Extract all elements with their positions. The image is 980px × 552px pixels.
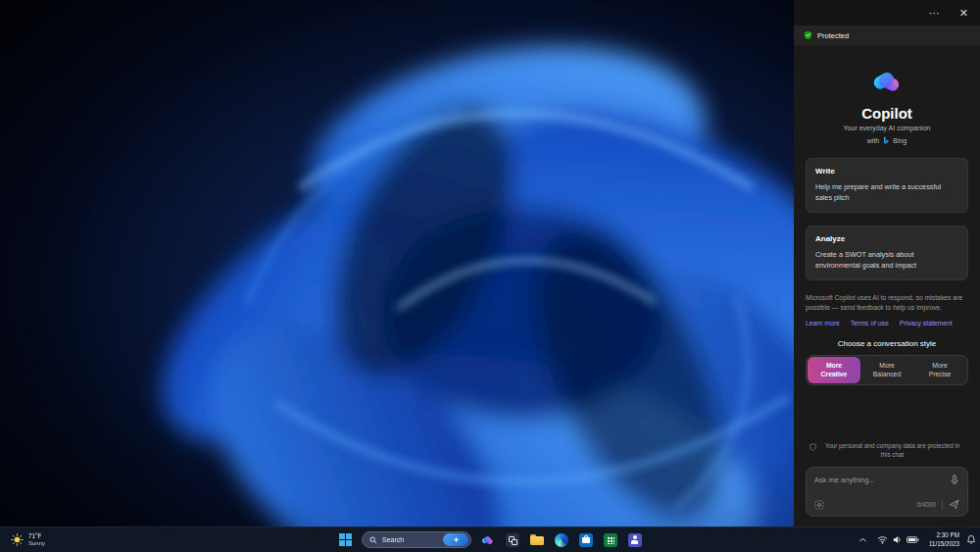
taskbar-icon-store[interactable] (577, 531, 594, 548)
chevron-up-icon (858, 535, 867, 544)
taskbar-icon-excel[interactable] (602, 531, 618, 548)
copilot-panel: ⋯ ✕ Protected Co (794, 0, 980, 527)
terms-of-use-link[interactable]: Terms of use (851, 320, 889, 326)
taskbar: 71°F Sunny Search (0, 527, 980, 552)
conversation-style-heading: Choose a conversation style (806, 339, 968, 348)
character-counter: 0/4000 (917, 501, 936, 508)
with-bing-row: with Bing (806, 136, 968, 145)
windows-logo-icon (339, 533, 352, 546)
ellipsis-icon: ⋯ (929, 7, 940, 19)
weather-condition: Sunny (28, 540, 45, 548)
screenshot-icon (814, 500, 824, 510)
taskbar-icon-task-view[interactable] (504, 531, 520, 548)
clock-time: 2:30 PM (937, 531, 959, 539)
search-highlight-badge[interactable] (443, 533, 468, 546)
style-more-creative-button[interactable]: More Creative (808, 357, 860, 383)
microsoft-store-icon (579, 533, 593, 547)
style-more-precise-button[interactable]: More Precise (913, 357, 966, 383)
shield-check-icon (804, 30, 812, 40)
edge-browser-icon (555, 533, 568, 547)
copilot-panel-body: Copilot Your everyday AI companion with … (794, 45, 980, 527)
battery-icon (906, 535, 919, 544)
taskbar-center: Search (337, 527, 643, 552)
sunny-weather-icon (11, 533, 24, 546)
close-icon: ✕ (959, 7, 968, 19)
clock-date: 11/15/2023 (929, 540, 959, 548)
mic-button[interactable] (950, 475, 959, 485)
weather-temp: 71°F (28, 532, 45, 540)
with-label: with (867, 137, 879, 144)
add-screenshot-button[interactable] (814, 500, 824, 510)
chat-input-box[interactable]: 0/4000 (806, 467, 968, 517)
send-button[interactable] (949, 499, 959, 510)
bell-icon (966, 534, 976, 545)
microphone-icon (950, 475, 959, 485)
taskbar-icon-copilot[interactable] (479, 531, 496, 548)
send-icon (949, 499, 959, 510)
start-button[interactable] (337, 531, 354, 548)
bing-label: Bing (893, 137, 906, 144)
screen: ⋯ ✕ Protected Co (0, 0, 980, 552)
suggestion-card-analyze[interactable]: Analyze Create a SWOT analysis about env… (806, 226, 968, 280)
search-box[interactable]: Search (362, 531, 471, 548)
system-tray: 2:30 PM 11/15/2023 (858, 527, 976, 552)
card-title: Write (815, 167, 958, 176)
card-title: Analyze (815, 234, 958, 243)
panel-menu-button[interactable]: ⋯ (927, 6, 942, 21)
protected-label: Protected (817, 31, 849, 40)
legal-links: Learn more Terms of use Privacy statemen… (806, 320, 968, 326)
wifi-icon (877, 534, 888, 545)
data-protection-note: Your personal and company data are prote… (806, 442, 968, 460)
suggestion-card-write[interactable]: Write Help me prepare and write a succes… (806, 158, 968, 213)
shield-outline-icon (809, 443, 816, 451)
folder-icon (530, 534, 544, 545)
privacy-statement-link[interactable]: Privacy statement (900, 320, 953, 326)
search-icon (369, 536, 377, 544)
learn-more-link[interactable]: Learn more (806, 320, 840, 326)
panel-close-button[interactable]: ✕ (957, 6, 970, 21)
copilot-icon (480, 532, 495, 547)
weather-widget[interactable]: 71°F Sunny (6, 527, 50, 552)
network-volume-battery-group[interactable] (874, 532, 922, 547)
volume-icon (892, 534, 903, 545)
copilot-brand: Copilot Your everyday AI companion with … (806, 63, 968, 145)
notification-bell-button[interactable] (966, 534, 976, 545)
taskbar-icon-edge[interactable] (553, 531, 569, 548)
teams-icon (628, 533, 642, 547)
bing-icon (882, 136, 890, 145)
card-body: Create a SWOT analysis about environment… (815, 250, 958, 272)
chat-input[interactable] (814, 476, 945, 484)
protected-banner: Protected (794, 25, 980, 45)
conversation-style-switch: More Creative More Balanced More Precise (806, 355, 968, 385)
hidden-icons-button[interactable] (858, 535, 867, 544)
sparkle-icon (453, 536, 460, 543)
task-view-icon (506, 533, 519, 547)
copilot-panel-titlebar: ⋯ ✕ (794, 0, 980, 25)
taskbar-icon-file-explorer[interactable] (528, 531, 545, 548)
clock[interactable]: 2:30 PM 11/15/2023 (929, 531, 959, 547)
copilot-logo-icon (869, 63, 905, 98)
ai-disclaimer: Microsoft Copilot uses AI to respond, so… (806, 293, 968, 314)
style-more-balanced-button[interactable]: More Balanced (860, 357, 913, 383)
card-body: Help me prepare and write a successful s… (815, 182, 958, 204)
copilot-subtitle: Your everyday AI companion (806, 125, 968, 131)
copilot-title: Copilot (806, 105, 968, 122)
taskbar-icon-teams[interactable] (626, 531, 643, 548)
excel-icon (604, 533, 617, 547)
search-placeholder: Search (382, 536, 438, 543)
chat-bottom-block: Your personal and company data are prote… (806, 442, 968, 517)
input-divider (942, 500, 943, 510)
